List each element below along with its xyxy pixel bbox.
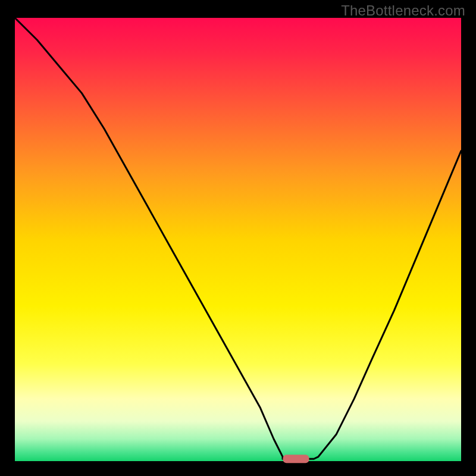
optimum-marker [283,455,309,463]
bottleneck-chart [0,0,476,476]
watermark-text: TheBottleneck.com [341,2,465,19]
chart-frame: TheBottleneck.com [0,0,476,476]
gradient-background [15,18,461,461]
